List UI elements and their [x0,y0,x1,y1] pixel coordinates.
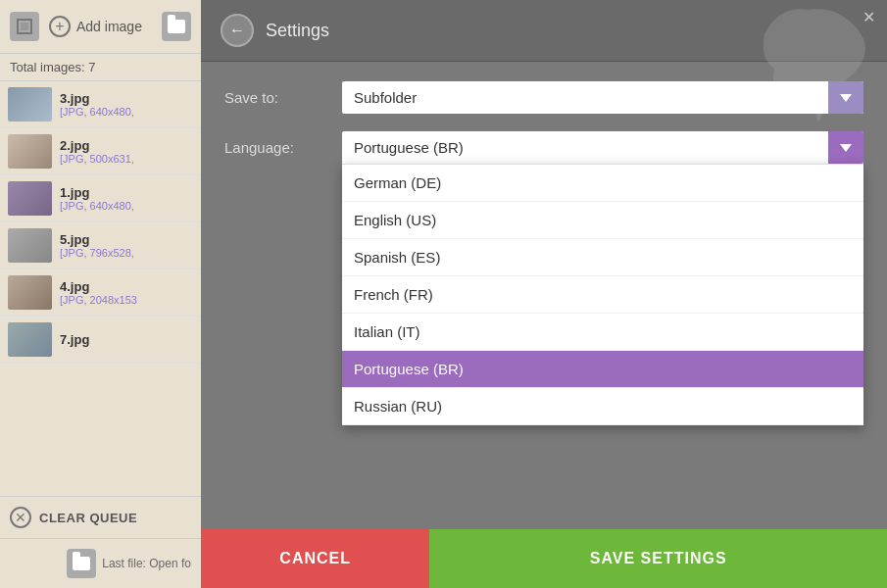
language-option-en[interactable]: English (US) [342,202,863,239]
image-info: 5.jpg [JPG, 796x528, [60,232,134,259]
list-item[interactable]: 3.jpg [JPG, 640x480, [0,81,201,128]
image-info: 4.jpg [JPG, 2048x153 [60,279,137,306]
image-name: 7.jpg [60,332,89,347]
thumbnail [8,275,52,310]
sidebar: + Add image Total images: 7 3.jpg [JPG, … [0,0,201,588]
folder-icon [73,557,90,570]
image-name: 4.jpg [60,279,137,294]
image-list: 3.jpg [JPG, 640x480, 2.jpg [JPG, 500x631… [0,81,201,496]
image-meta: [JPG, 640x480, [60,200,134,212]
settings-body: Save to: Subfolder Same folder Language:… [201,62,887,183]
folder-icon [168,20,185,33]
add-image-label: Add image [76,19,142,34]
back-button[interactable]: ← [221,14,254,47]
back-arrow-icon: ← [229,22,245,39]
language-dropdown[interactable]: Portuguese (BR) German (DE) English (US)… [342,131,863,164]
image-name: 1.jpg [60,185,134,200]
language-option-es[interactable]: Spanish (ES) [342,239,863,276]
open-folder-button[interactable] [162,12,191,41]
image-meta: [JPG, 640x480, [60,106,134,118]
sidebar-bottom: Last file: Open fo [0,539,201,588]
save-to-select[interactable]: Subfolder Same folder [342,81,863,114]
list-item[interactable]: 7.jpg [0,317,201,364]
save-settings-button[interactable]: SAVE SETTINGS [429,529,887,588]
image-meta: [JPG, 2048x153 [60,294,137,306]
sidebar-top: + Add image [0,0,201,54]
plus-icon: + [49,16,71,37]
x-icon: ✕ [10,507,31,528]
save-to-row: Save to: Subfolder Same folder [224,81,863,114]
save-to-label: Save to: [224,89,322,106]
close-icon: ✕ [862,9,875,25]
settings-panel: ← Settings ✕ Save to: Subfolder Same fol… [201,0,887,588]
image-name: 2.jpg [60,138,134,153]
thumbnail [8,181,52,216]
app-logo [10,12,39,41]
language-selected[interactable]: Portuguese (BR) [342,131,863,164]
image-name: 3.jpg [60,91,134,106]
settings-footer: CANCEL SAVE SETTINGS [201,529,887,588]
clear-queue-label: CLEAR QUEUE [39,511,137,525]
cancel-button[interactable]: CANCEL [201,529,429,588]
language-row: Language: Portuguese (BR) German (DE) En… [224,131,863,164]
list-item[interactable]: 2.jpg [JPG, 500x631, [0,128,201,175]
image-info: 2.jpg [JPG, 500x631, [60,138,134,165]
language-option-pt-br[interactable]: Portuguese (BR) [342,351,863,388]
list-item[interactable]: 4.jpg [JPG, 2048x153 [0,270,201,317]
thumbnail [8,134,52,169]
language-option-de[interactable]: German (DE) [342,165,863,202]
language-dropdown-arrow [828,131,863,164]
total-images-label: Total images: 7 [0,54,201,81]
settings-header: ← Settings [201,0,887,62]
language-selected-value: Portuguese (BR) [354,139,464,156]
add-image-button[interactable]: + Add image [49,16,142,37]
image-meta: [JPG, 500x631, [60,153,134,165]
last-file-label: Last file: Open fo [102,557,191,570]
language-options-list: German (DE) English (US) Spanish (ES) Fr… [342,164,863,425]
language-option-ru[interactable]: Russian (RU) [342,388,863,425]
image-meta: [JPG, 796x528, [60,247,134,259]
thumbnail [8,228,52,263]
list-item[interactable]: 5.jpg [JPG, 796x528, [0,222,201,270]
save-to-dropdown[interactable]: Subfolder Same folder [342,81,863,114]
list-item[interactable]: 1.jpg [JPG, 640x480, [0,175,201,222]
language-option-it[interactable]: Italian (IT) [342,314,863,351]
language-label: Language: [224,139,322,156]
thumbnail [8,87,52,122]
language-option-fr[interactable]: French (FR) [342,276,863,314]
image-name: 5.jpg [60,232,134,247]
last-file-folder-button[interactable] [67,549,96,578]
settings-title: Settings [266,21,329,41]
close-button[interactable]: ✕ [862,8,875,26]
image-info: 1.jpg [JPG, 640x480, [60,185,134,212]
clear-queue-button[interactable]: ✕ CLEAR QUEUE [0,496,201,539]
image-info: 7.jpg [60,332,89,347]
thumbnail [8,322,52,357]
image-info: 3.jpg [JPG, 640x480, [60,91,134,118]
